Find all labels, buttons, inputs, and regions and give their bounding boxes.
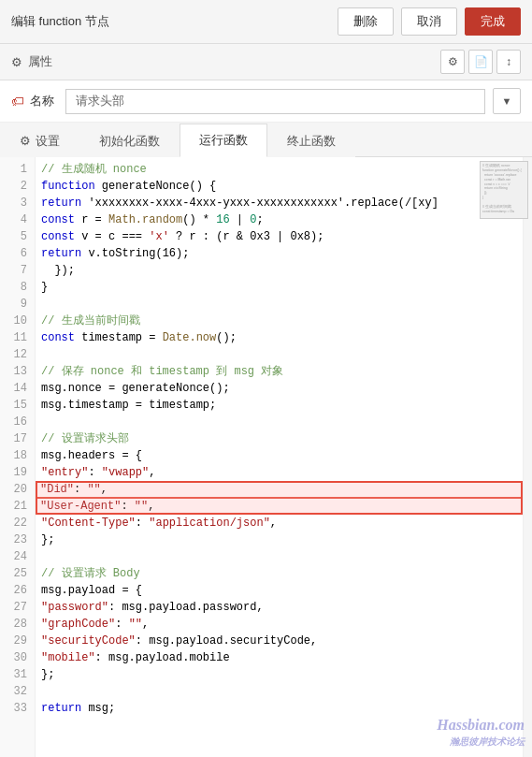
name-input[interactable]	[65, 89, 485, 114]
code-line-9	[36, 296, 523, 313]
line-number-5: 5	[0, 228, 35, 245]
tab-init-label: 初始化函数	[99, 133, 160, 150]
tab-settings[interactable]: ⚙ 设置	[0, 124, 79, 157]
line-number-18: 18	[0, 447, 35, 464]
name-row: 🏷 名称 ▼	[0, 80, 532, 123]
title-actions: 删除 取消 完成	[338, 7, 521, 36]
done-button[interactable]: 完成	[465, 7, 521, 36]
cancel-button[interactable]: 取消	[401, 7, 457, 36]
scrollbar[interactable]	[523, 157, 532, 757]
tab-stop[interactable]: 终止函数	[267, 124, 355, 157]
line-number-14: 14	[0, 380, 35, 397]
code-line-1: // 生成随机 nonce	[36, 161, 523, 178]
watermark-line1: Hassbian.com	[437, 716, 525, 735]
code-line-5: const v = c === 'x' ? r : (r & 0x3 | 0x8…	[36, 228, 523, 245]
line-number-6: 6	[0, 245, 35, 262]
code-line-4: const r = Math.random() * 16 | 0;	[36, 211, 523, 228]
name-label-text: 名称	[30, 93, 54, 109]
delete-button[interactable]: 删除	[338, 7, 394, 36]
line-number-31: 31	[0, 666, 35, 683]
code-line-24	[36, 548, 523, 565]
prop-settings-btn[interactable]: ⚙	[440, 50, 465, 74]
code-line-26: msg.payload = {	[36, 582, 523, 599]
code-line-14: msg.nonce = generateNonce();	[36, 380, 523, 397]
code-line-16	[36, 414, 523, 430]
title-bar: 编辑 function 节点 删除 取消 完成	[0, 0, 532, 44]
line-number-10: 10	[0, 313, 35, 329]
tab-settings-gear: ⚙	[20, 134, 31, 148]
tab-stop-label: 终止函数	[287, 133, 336, 150]
code-line-10: // 生成当前时间戳	[36, 313, 523, 329]
window: 编辑 function 节点 删除 取消 完成 ⚙ 属性 ⚙ 📄 ↕ 🏷 名称 …	[0, 0, 532, 757]
code-line-18: msg.headers = {	[36, 447, 523, 464]
code-line-33: return msg;	[36, 700, 523, 717]
line-number-11: 11	[0, 329, 35, 346]
line-number-1: 1	[0, 161, 35, 178]
line-number-16: 16	[0, 414, 35, 430]
code-line-8: }	[36, 279, 523, 296]
code-line-12	[36, 346, 523, 363]
line-number-15: 15	[0, 397, 35, 414]
code-line-30: "mobile": msg.payload.mobile	[36, 649, 523, 666]
code-line-11: const timestamp = Date.now();	[36, 329, 523, 346]
line-number-33: 33	[0, 700, 35, 717]
line-number-21: 21	[0, 498, 35, 515]
code-line-22: "Content-Type": "application/json",	[36, 515, 523, 531]
tabs-row: ⚙ 设置 初始化函数 运行函数 终止函数	[0, 123, 532, 157]
code-line-21: "User-Agent": "",	[36, 498, 523, 515]
prop-expand-btn[interactable]: ↕	[496, 50, 521, 74]
name-label: 🏷 名称	[11, 93, 58, 109]
line-number-24: 24	[0, 548, 35, 565]
tab-settings-label: 设置	[36, 133, 60, 150]
window-title: 编辑 function 节点	[11, 13, 109, 30]
tag-icon: 🏷	[11, 94, 24, 109]
line-number-26: 26	[0, 582, 35, 599]
code-line-3: return 'xxxxxxxx-xxxx-4xxx-yxxx-xxxxxxxx…	[36, 195, 523, 211]
code-line-19: "entry": "vwapp",	[36, 464, 523, 481]
watermark-line2: 瀚思彼岸技术论坛	[437, 735, 525, 748]
line-number-30: 30	[0, 649, 35, 666]
code-line-17: // 设置请求头部	[36, 430, 523, 447]
line-number-32: 32	[0, 683, 35, 700]
properties-label: ⚙ 属性	[11, 53, 52, 70]
prop-doc-btn[interactable]: 📄	[468, 50, 493, 74]
line-number-22: 22	[0, 515, 35, 531]
code-line-25: // 设置请求 Body	[36, 565, 523, 582]
properties-text: 属性	[28, 53, 52, 70]
line-number-25: 25	[0, 565, 35, 582]
line-number-8: 8	[0, 279, 35, 296]
code-line-32	[36, 683, 523, 700]
code-line-28: "graphCode": "",	[36, 616, 523, 633]
code-line-29: "securityCode": msg.payload.securityCode…	[36, 633, 523, 649]
line-number-17: 17	[0, 430, 35, 447]
line-number-4: 4	[0, 211, 35, 228]
line-number-20: 20	[0, 481, 35, 498]
tab-run-label: 运行函数	[199, 132, 248, 149]
code-line-23: };	[36, 531, 523, 548]
line-number-28: 28	[0, 616, 35, 633]
line-number-29: 29	[0, 633, 35, 649]
gear-icon: ⚙	[11, 55, 22, 69]
code-line-20: "Did": "",	[36, 481, 523, 498]
line-numbers: 1234567891011121314151617181920212223242…	[0, 157, 36, 757]
code-line-13: // 保存 nonce 和 timestamp 到 msg 对象	[36, 363, 523, 380]
code-line-2: function generateNonce() {	[36, 178, 523, 195]
line-number-3: 3	[0, 195, 35, 211]
code-editor: 1234567891011121314151617181920212223242…	[0, 157, 532, 757]
line-number-27: 27	[0, 599, 35, 616]
line-number-12: 12	[0, 346, 35, 363]
line-number-19: 19	[0, 464, 35, 481]
line-number-2: 2	[0, 178, 35, 195]
line-number-23: 23	[0, 531, 35, 548]
properties-bar: ⚙ 属性 ⚙ 📄 ↕	[0, 44, 532, 80]
code-line-15: msg.timestamp = timestamp;	[36, 397, 523, 414]
tab-init[interactable]: 初始化函数	[79, 124, 180, 157]
line-number-7: 7	[0, 262, 35, 279]
line-number-13: 13	[0, 363, 35, 380]
name-expand-btn[interactable]: ▼	[493, 88, 521, 114]
watermark: Hassbian.com 瀚思彼岸技术论坛	[437, 716, 525, 748]
code-line-6: return v.toString(16);	[36, 245, 523, 262]
code-content[interactable]: // 生成随机 noncefunction generateNonce() { …	[36, 157, 523, 757]
tab-run[interactable]: 运行函数	[180, 124, 267, 157]
code-line-27: "password": msg.payload.password,	[36, 599, 523, 616]
